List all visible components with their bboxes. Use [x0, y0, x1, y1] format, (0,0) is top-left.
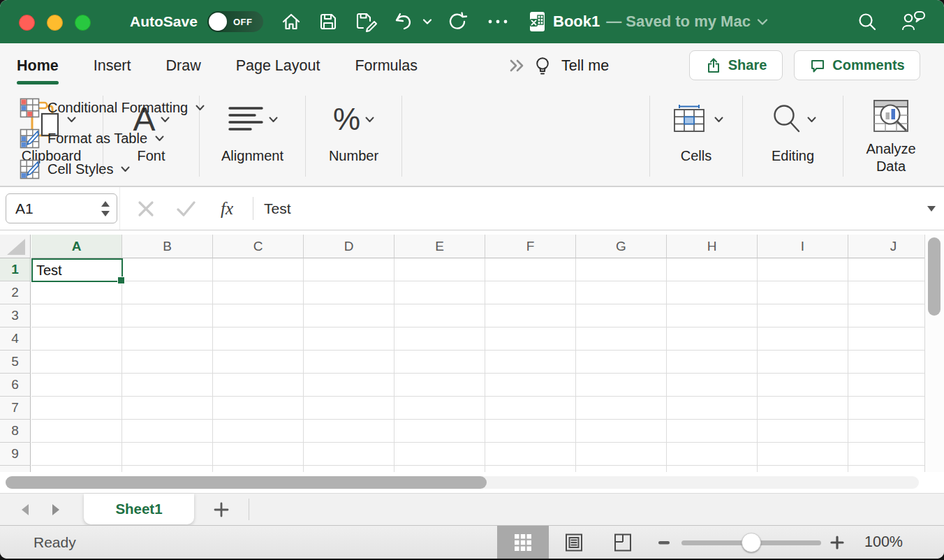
row-header-4[interactable]: 4 [0, 327, 31, 351]
chevron-down-icon[interactable] [714, 117, 723, 123]
tab-home[interactable]: Home [17, 43, 59, 89]
column-header-C[interactable]: C [213, 235, 304, 258]
save-icon[interactable] [316, 0, 341, 43]
excel-document-icon [528, 10, 547, 33]
cells-group-button[interactable]: Cells [650, 94, 742, 164]
tab-page-layout[interactable]: Page Layout [236, 43, 320, 89]
editing-group-label: Editing [743, 148, 843, 164]
selected-cell-A1[interactable]: Test [31, 258, 123, 282]
sheet-tab-divider [249, 499, 249, 520]
comments-button[interactable]: Comments [794, 50, 920, 80]
row-header-2[interactable]: 2 [0, 281, 31, 304]
row-header-6[interactable]: 6 [0, 374, 31, 397]
more-tabs-chevrons-icon[interactable] [509, 59, 526, 73]
tab-draw[interactable]: Draw [166, 43, 201, 89]
row-header-9[interactable]: 9 [0, 443, 31, 466]
cells-group-label: Cells [650, 148, 742, 164]
name-box-value: A1 [15, 200, 101, 217]
column-header-D[interactable]: D [304, 235, 394, 258]
save-as-icon[interactable] [353, 0, 381, 43]
horizontal-scrollbar-thumb[interactable] [6, 476, 487, 489]
chevron-down-icon[interactable] [365, 117, 374, 123]
fill-handle[interactable] [117, 277, 125, 284]
chevron-down-icon[interactable] [269, 117, 278, 123]
percent-icon: % [333, 104, 360, 135]
share-people-icon[interactable] [899, 0, 927, 43]
enter-check-icon[interactable] [176, 200, 197, 218]
alignment-group-button[interactable]: Alignment [200, 94, 305, 164]
zoom-in-plus-icon[interactable] [825, 526, 849, 559]
page-break-preview-button[interactable] [605, 526, 641, 559]
zoom-level-label: 100% [864, 526, 903, 559]
worksheet-area[interactable]: ABCDEFGHIJ 12345678910 Test [0, 230, 944, 493]
chevron-down-icon[interactable] [807, 117, 816, 123]
cell-grid[interactable] [31, 258, 924, 472]
status-text: Ready [34, 526, 76, 559]
horizontal-scrollbar[interactable] [0, 472, 924, 493]
autosave-state-label: OFF [233, 17, 253, 27]
close-window-button[interactable] [19, 15, 35, 31]
tab-insert[interactable]: Insert [94, 43, 131, 89]
column-header-G[interactable]: G [576, 235, 667, 258]
page-layout-view-button[interactable] [556, 526, 592, 559]
conditional-formatting-button[interactable]: Conditional Formatting [20, 96, 205, 119]
name-box[interactable]: A1 [6, 193, 117, 223]
document-status-chevron-icon[interactable] [757, 18, 768, 26]
column-header-A[interactable]: A [31, 235, 122, 258]
vertical-scrollbar-thumb[interactable] [928, 237, 941, 316]
normal-view-button[interactable] [497, 526, 549, 559]
number-group-label: Number [306, 148, 401, 164]
more-commands-icon[interactable] [485, 0, 511, 43]
cancel-x-icon[interactable] [137, 200, 155, 218]
column-header-I[interactable]: I [758, 235, 848, 258]
previous-sheet-arrow-icon[interactable] [20, 503, 31, 517]
cell-styles-label: Cell Styles [47, 161, 113, 177]
row-header-1[interactable]: 1 [0, 258, 31, 281]
fullscreen-window-button[interactable] [75, 15, 91, 31]
editing-magnifier-icon [770, 103, 802, 135]
expand-formula-bar-icon[interactable] [926, 205, 937, 213]
column-header-F[interactable]: F [485, 235, 576, 258]
analyze-data-button[interactable]: Analyze Data [843, 94, 938, 175]
column-header-J[interactable]: J [848, 235, 924, 258]
number-group-button[interactable]: % Number [306, 94, 401, 164]
lightbulb-icon [533, 56, 552, 77]
row-header-10[interactable]: 10 [0, 466, 31, 472]
editing-group-button[interactable]: Editing [743, 94, 843, 164]
formula-input[interactable]: Test [264, 187, 291, 230]
next-sheet-arrow-icon[interactable] [50, 503, 61, 517]
undo-dropdown-chevron-icon[interactable] [421, 0, 434, 43]
vertical-scrollbar[interactable] [924, 235, 944, 472]
zoom-slider-thumb[interactable] [742, 533, 761, 552]
row-header-8[interactable]: 8 [0, 420, 31, 443]
cell-styles-button[interactable]: Cell Styles [20, 158, 130, 180]
add-sheet-plus-icon[interactable] [214, 502, 229, 517]
name-box-stepper[interactable] [101, 200, 110, 218]
tab-formulas[interactable]: Formulas [355, 43, 418, 89]
minimize-window-button[interactable] [47, 15, 63, 31]
document-status: — Saved to my Mac [606, 13, 751, 31]
cells-icon [669, 103, 709, 136]
format-as-table-button[interactable]: Format as Table [20, 127, 164, 149]
undo-icon[interactable] [391, 0, 415, 43]
row-header-3[interactable]: 3 [0, 304, 31, 327]
column-header-H[interactable]: H [667, 235, 758, 258]
share-button[interactable]: Share [689, 50, 783, 80]
redo-icon[interactable] [445, 0, 471, 43]
search-icon[interactable] [855, 0, 880, 43]
column-header-B[interactable]: B [122, 235, 213, 258]
home-icon[interactable] [278, 0, 304, 43]
row-header-7[interactable]: 7 [0, 397, 31, 420]
insert-function-button[interactable]: fx [221, 187, 233, 230]
ribbon-home: Clipboard A Font Alignment % [0, 89, 944, 186]
ribbon-tabs: Home Insert Draw Page Layout Formulas [17, 43, 418, 89]
row-header-5[interactable]: 5 [0, 351, 31, 374]
chevron-down-icon [196, 105, 205, 111]
zoom-out-minus-icon[interactable] [652, 526, 676, 559]
alignment-icon [228, 105, 264, 134]
sheet-tab-sheet1[interactable]: Sheet1 [84, 494, 194, 524]
column-header-E[interactable]: E [394, 235, 485, 258]
autosave-toggle[interactable]: OFF [207, 11, 263, 32]
tell-me-button[interactable]: Tell me [533, 43, 609, 89]
column-headers: ABCDEFGHIJ [0, 235, 924, 258]
